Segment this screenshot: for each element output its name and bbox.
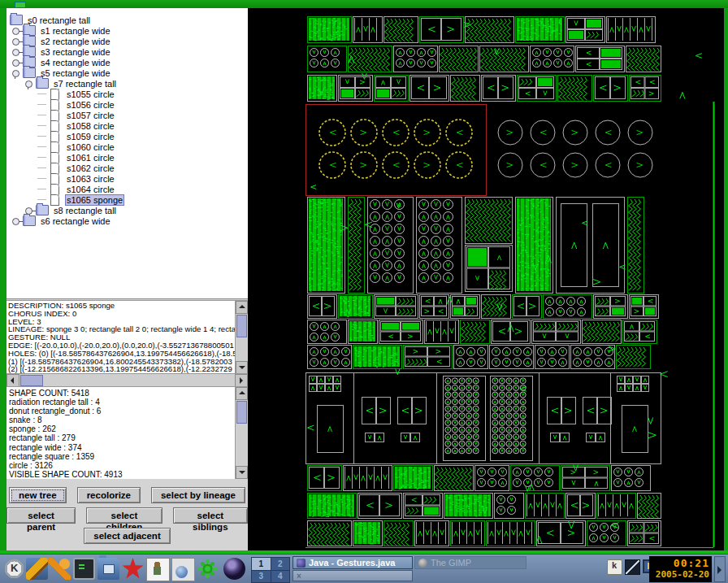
scrollbar-thumb[interactable] (20, 375, 43, 386)
shape-canvas[interactable] (248, 8, 724, 550)
launcher-home-icon[interactable] (98, 558, 119, 580)
tree-item[interactable]: s1055 circle (6, 89, 248, 99)
scroll-up-icon[interactable] (236, 301, 248, 314)
new-tree-button[interactable]: new tree (9, 487, 67, 503)
file-icon (50, 110, 59, 121)
scrollbar-track[interactable] (236, 338, 248, 361)
folder-icon (23, 67, 36, 78)
select-adjacent-button[interactable]: select adjacent (84, 528, 170, 544)
launcher-user-icon[interactable] (146, 558, 170, 581)
launcher-desktop-icon[interactable] (26, 558, 48, 580)
task-button-java[interactable]: Java - Gestures.java (292, 556, 413, 569)
tree-toggle-icon[interactable] (23, 78, 36, 89)
desktop-pager[interactable]: 1234 (251, 557, 290, 583)
count-line: rectangle tall : 279 (9, 433, 235, 442)
count-vertical-scrollbar[interactable] (235, 387, 248, 479)
description-horizontal-scrollbar[interactable] (6, 373, 248, 387)
launcher-tools-icon[interactable] (49, 558, 71, 580)
tree-item[interactable]: s2 rectangle wide (6, 36, 248, 46)
count-line: donut rectangle_donut : 6 (9, 407, 235, 415)
scroll-down-icon[interactable] (236, 361, 248, 374)
description-vertical-scrollbar[interactable] (235, 301, 248, 374)
select-parent-button[interactable]: select parent (6, 507, 76, 524)
launcher-star-icon[interactable] (122, 558, 144, 580)
tree-item[interactable]: s1064 circle (6, 184, 248, 194)
display-icon[interactable] (625, 559, 640, 575)
pager-desktop-1[interactable]: 1 (252, 558, 271, 570)
panel-hide-button[interactable] (714, 556, 726, 582)
tree-item-label: s1062 circle (65, 163, 116, 173)
launcher-web-icon[interactable] (171, 558, 195, 581)
tree-item[interactable]: s1061 circle (6, 152, 248, 163)
tree-toggle-icon[interactable] (10, 215, 23, 226)
folder-icon (23, 215, 36, 226)
window-menu-icon[interactable] (15, 2, 26, 8)
tree-item[interactable]: s6 rectangle wide (6, 215, 248, 226)
tree-toggle-icon[interactable] (10, 67, 23, 78)
tree-item[interactable]: s1058 circle (6, 120, 248, 131)
tree-connector (36, 141, 49, 152)
shape-count-panel: SHAPE COUNT: 5418radiation rectangle tal… (6, 386, 248, 480)
count-line: circle : 3126 (9, 461, 235, 470)
tree-item[interactable]: s1059 circle (6, 131, 248, 141)
launcher-orb-icon[interactable] (223, 558, 245, 580)
launcher-icq-icon[interactable] (197, 558, 219, 580)
scroll-right-icon[interactable] (235, 374, 248, 387)
task-button-untitled[interactable]: × (292, 570, 413, 581)
tree-item-label: s1059 circle (65, 132, 116, 141)
tree-item[interactable]: s1062 circle (6, 163, 248, 173)
pager-desktop-2[interactable]: 2 (271, 558, 290, 570)
tree-toggle-icon[interactable] (10, 57, 23, 67)
tree-item-label: s3 rectangle wide (39, 47, 112, 57)
file-icon (50, 194, 59, 206)
tree-toggle-icon[interactable] (10, 25, 23, 36)
select-by-lineage-button[interactable]: select by lineage (151, 487, 245, 503)
tree-item-label: s1060 circle (65, 142, 116, 152)
folder-icon (10, 15, 23, 25)
scroll-left-icon[interactable] (6, 374, 20, 387)
tree-connector (36, 131, 49, 141)
count-line: rectangle wide : 374 (9, 443, 235, 452)
select-children-button[interactable]: select children (86, 507, 162, 524)
pager-desktop-3[interactable]: 3 (252, 571, 271, 583)
count-line: radiation rectangle tall : 4 (9, 398, 235, 407)
tree-item-label: s7 rectangle tall (52, 79, 118, 89)
file-icon (50, 120, 59, 132)
scrollbar-thumb[interactable] (236, 401, 247, 424)
tree-item[interactable]: s7 rectangle tall (6, 78, 248, 89)
tree-item[interactable]: s3 rectangle wide (6, 46, 248, 57)
tree-item[interactable]: s8 rectangle tall (6, 205, 248, 215)
scroll-down-icon[interactable] (236, 466, 248, 479)
tree-connector (36, 184, 49, 194)
window-titlebar[interactable] (0, 0, 728, 8)
task-button-gimp[interactable]: The GIMP (414, 556, 526, 569)
tree-item[interactable]: s1 rectangle wide (6, 25, 248, 36)
tree-connector (36, 89, 49, 99)
launcher-kmenu-icon[interactable] (3, 558, 25, 580)
tree-connector (36, 120, 49, 131)
clipboard-icon[interactable] (607, 559, 622, 575)
recolorize-button[interactable]: recolorize (77, 487, 141, 503)
tree-toggle-icon[interactable] (10, 36, 23, 46)
task-label: The GIMP (431, 558, 471, 568)
tree-item[interactable]: s1063 circle (6, 173, 248, 184)
tree-toggle-icon[interactable] (10, 46, 23, 57)
tree-item-label: s1056 circle (65, 100, 116, 110)
scrollbar-thumb[interactable] (236, 315, 247, 337)
scrollbar-track[interactable] (236, 424, 248, 466)
tree-item[interactable]: s0 rectangle tall (6, 15, 248, 25)
launcher-terminal-icon[interactable] (73, 558, 95, 580)
scrollbar-track[interactable] (44, 374, 235, 387)
pager-desktop-4[interactable]: 4 (271, 571, 290, 583)
taskbar-clock[interactable]: 00:21 2005-02-20 (649, 556, 712, 582)
shape-tree[interactable]: s0 rectangle talls1 rectangle wides2 rec… (6, 8, 248, 299)
tree-item[interactable]: s1060 circle (6, 141, 248, 152)
tree-item[interactable]: s1056 circle (6, 99, 248, 110)
tree-item[interactable]: s1057 circle (6, 110, 248, 120)
tree-item[interactable]: s4 rectangle wide (6, 57, 248, 67)
tree-connector (36, 99, 49, 110)
shape-count-text: SHAPE COUNT: 5418radiation rectangle tal… (6, 387, 235, 479)
tree-item-label: s1 rectangle wide (39, 26, 112, 36)
select-siblings-button[interactable]: select siblings (173, 507, 248, 524)
scroll-up-icon[interactable] (236, 387, 248, 400)
